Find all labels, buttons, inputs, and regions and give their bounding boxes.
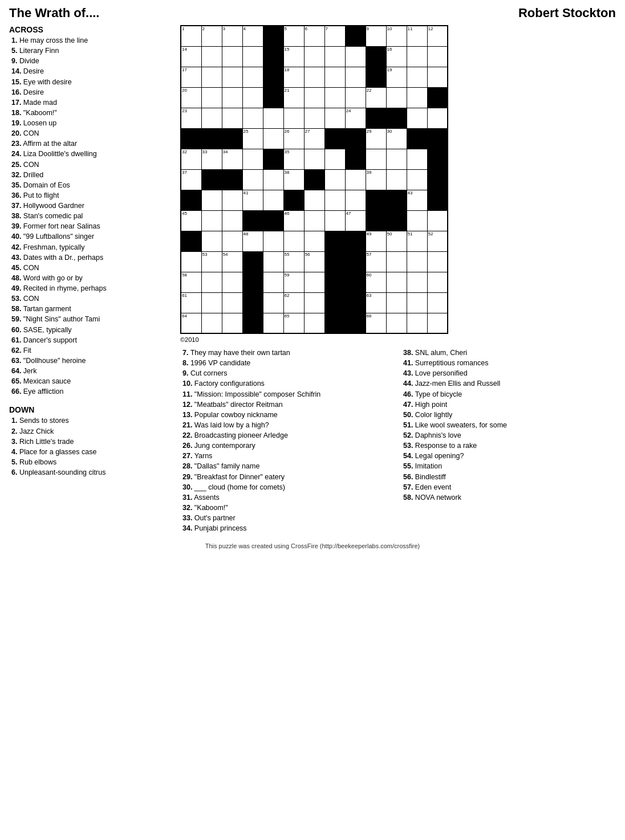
white-cell[interactable] bbox=[324, 210, 345, 231]
white-cell[interactable] bbox=[304, 231, 324, 251]
white-cell[interactable]: 19 bbox=[386, 67, 407, 87]
white-cell[interactable] bbox=[324, 169, 345, 190]
white-cell[interactable] bbox=[345, 46, 366, 67]
white-cell[interactable]: 35 bbox=[283, 149, 304, 169]
white-cell[interactable] bbox=[201, 67, 222, 87]
white-cell[interactable] bbox=[324, 190, 345, 210]
white-cell[interactable]: 41 bbox=[242, 190, 263, 210]
white-cell[interactable]: 53 bbox=[201, 251, 222, 272]
white-cell[interactable] bbox=[181, 251, 201, 272]
white-cell[interactable] bbox=[386, 149, 407, 169]
white-cell[interactable]: 63 bbox=[366, 292, 386, 313]
white-cell[interactable]: 26 bbox=[283, 128, 304, 149]
white-cell[interactable]: 43 bbox=[407, 190, 427, 210]
white-cell[interactable]: 64 bbox=[181, 313, 201, 333]
white-cell[interactable] bbox=[263, 272, 283, 292]
white-cell[interactable] bbox=[304, 108, 324, 128]
white-cell[interactable] bbox=[201, 46, 222, 67]
white-cell[interactable] bbox=[407, 149, 427, 169]
white-cell[interactable] bbox=[407, 292, 427, 313]
white-cell[interactable]: 2 bbox=[201, 26, 222, 46]
white-cell[interactable] bbox=[242, 169, 263, 190]
white-cell[interactable] bbox=[386, 87, 407, 108]
white-cell[interactable]: 39 bbox=[366, 169, 386, 190]
white-cell[interactable]: 56 bbox=[304, 251, 324, 272]
white-cell[interactable]: 47 bbox=[345, 210, 366, 231]
white-cell[interactable]: 25 bbox=[242, 128, 263, 149]
white-cell[interactable]: 10 bbox=[386, 26, 407, 46]
white-cell[interactable] bbox=[386, 313, 407, 333]
white-cell[interactable] bbox=[242, 87, 263, 108]
white-cell[interactable] bbox=[324, 67, 345, 87]
white-cell[interactable] bbox=[242, 149, 263, 169]
white-cell[interactable] bbox=[242, 67, 263, 87]
white-cell[interactable] bbox=[324, 149, 345, 169]
white-cell[interactable] bbox=[427, 313, 448, 333]
white-cell[interactable] bbox=[222, 46, 242, 67]
white-cell[interactable]: 17 bbox=[181, 67, 201, 87]
white-cell[interactable]: 23 bbox=[181, 108, 201, 128]
white-cell[interactable]: 50 bbox=[386, 231, 407, 251]
white-cell[interactable] bbox=[263, 313, 283, 333]
white-cell[interactable] bbox=[201, 231, 222, 251]
white-cell[interactable] bbox=[222, 67, 242, 87]
white-cell[interactable]: 22 bbox=[366, 87, 386, 108]
white-cell[interactable]: 48 bbox=[242, 231, 263, 251]
white-cell[interactable]: 66 bbox=[366, 313, 386, 333]
white-cell[interactable] bbox=[304, 210, 324, 231]
white-cell[interactable] bbox=[222, 272, 242, 292]
white-cell[interactable] bbox=[304, 292, 324, 313]
white-cell[interactable] bbox=[427, 108, 448, 128]
white-cell[interactable]: 6 bbox=[304, 26, 324, 46]
white-cell[interactable]: 34 bbox=[222, 149, 242, 169]
white-cell[interactable] bbox=[222, 190, 242, 210]
white-cell[interactable] bbox=[407, 210, 427, 231]
white-cell[interactable]: 57 bbox=[366, 251, 386, 272]
white-cell[interactable] bbox=[386, 169, 407, 190]
white-cell[interactable]: 32 bbox=[181, 149, 201, 169]
white-cell[interactable] bbox=[263, 292, 283, 313]
white-cell[interactable]: 3 bbox=[222, 26, 242, 46]
white-cell[interactable] bbox=[222, 292, 242, 313]
white-cell[interactable] bbox=[201, 292, 222, 313]
white-cell[interactable] bbox=[263, 251, 283, 272]
white-cell[interactable]: 30 bbox=[386, 128, 407, 149]
white-cell[interactable]: 60 bbox=[366, 272, 386, 292]
white-cell[interactable]: 51 bbox=[407, 231, 427, 251]
white-cell[interactable]: 38 bbox=[283, 169, 304, 190]
white-cell[interactable] bbox=[427, 67, 448, 87]
white-cell[interactable]: 24 bbox=[345, 108, 366, 128]
white-cell[interactable]: 4 bbox=[242, 26, 263, 46]
white-cell[interactable] bbox=[427, 46, 448, 67]
white-cell[interactable] bbox=[263, 169, 283, 190]
white-cell[interactable]: 55 bbox=[283, 251, 304, 272]
white-cell[interactable] bbox=[222, 231, 242, 251]
white-cell[interactable] bbox=[201, 272, 222, 292]
white-cell[interactable] bbox=[407, 251, 427, 272]
white-cell[interactable]: 20 bbox=[181, 87, 201, 108]
white-cell[interactable] bbox=[345, 169, 366, 190]
white-cell[interactable] bbox=[222, 108, 242, 128]
white-cell[interactable]: 16 bbox=[386, 46, 407, 67]
white-cell[interactable] bbox=[201, 190, 222, 210]
white-cell[interactable]: 54 bbox=[222, 251, 242, 272]
white-cell[interactable] bbox=[263, 231, 283, 251]
white-cell[interactable] bbox=[407, 169, 427, 190]
white-cell[interactable] bbox=[427, 251, 448, 272]
white-cell[interactable]: 14 bbox=[181, 46, 201, 67]
white-cell[interactable] bbox=[407, 108, 427, 128]
white-cell[interactable] bbox=[324, 46, 345, 67]
white-cell[interactable] bbox=[263, 190, 283, 210]
white-cell[interactable] bbox=[201, 108, 222, 128]
white-cell[interactable] bbox=[201, 87, 222, 108]
white-cell[interactable]: 7 bbox=[324, 26, 345, 46]
white-cell[interactable] bbox=[304, 313, 324, 333]
white-cell[interactable] bbox=[345, 87, 366, 108]
white-cell[interactable]: 27 bbox=[304, 128, 324, 149]
white-cell[interactable] bbox=[304, 272, 324, 292]
white-cell[interactable] bbox=[407, 272, 427, 292]
white-cell[interactable] bbox=[407, 46, 427, 67]
white-cell[interactable] bbox=[283, 108, 304, 128]
white-cell[interactable]: 62 bbox=[283, 292, 304, 313]
white-cell[interactable]: 59 bbox=[283, 272, 304, 292]
